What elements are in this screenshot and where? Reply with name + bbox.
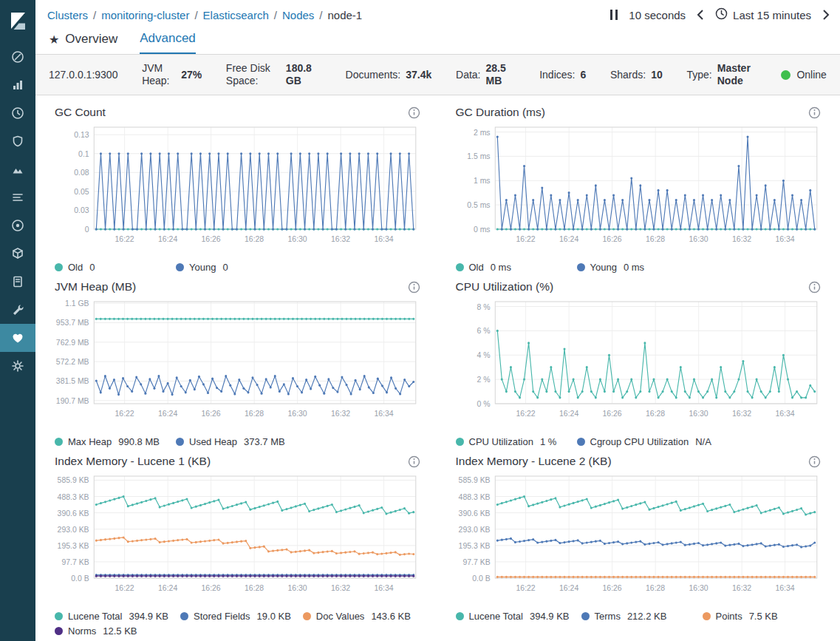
legend-item[interactable]: Young0 ms [577,262,686,273]
legend-item[interactable]: Old0 ms [456,262,565,273]
tab-overview[interactable]: ★ Overview [49,31,117,54]
time-forward-icon[interactable] [822,9,830,21]
legend-label: Terms [595,611,621,622]
time-range-button[interactable]: Last 15 minutes [715,7,811,22]
breadcrumb-cluster[interactable]: monitoring-cluster [101,9,189,21]
svg-text:16:34: 16:34 [375,583,394,592]
breadcrumb-separator: / [93,9,96,21]
apm-icon[interactable] [0,211,35,240]
canvas-icon[interactable] [0,155,35,183]
legend-value: 212.2 KB [627,611,667,622]
svg-text:16:24: 16:24 [559,234,578,243]
management-icon[interactable] [0,352,35,380]
legend-label: Lucene Total [68,611,123,622]
legend-item[interactable]: Used Heap373.7 MB [176,436,285,447]
tabs: ★ Overview Advanced [47,31,830,54]
legend-item[interactable]: Old0 [55,262,164,273]
discover-icon[interactable] [0,43,35,71]
legend-label: Stored Fields [194,611,250,622]
svg-text:16:22: 16:22 [516,234,535,243]
legend-item[interactable]: Terms212.2 KB [581,611,691,622]
svg-text:0.03: 0.03 [74,206,89,214]
legend-item[interactable]: Norms12.5 KB [55,625,164,637]
dev-tools-icon[interactable] [0,296,35,324]
legend-dot-icon [55,438,63,446]
legend-item[interactable]: Stored Fields19.0 KB [180,611,291,622]
svg-text:1.1 GB: 1.1 GB [65,299,89,308]
legend-dot-icon [55,263,63,271]
legend-value: 12.5 KB [103,625,137,637]
notebook-icon[interactable] [0,268,35,296]
breadcrumb-nodes[interactable]: Nodes [282,9,314,21]
legend-item[interactable]: Lucene Total394.9 KB [456,611,570,622]
svg-text:0.13: 0.13 [74,130,89,139]
kibana-logo[interactable] [0,0,35,43]
chart-plot[interactable]: 16:2216:2416:2616:2816:3016:3216:340.0 B… [55,470,420,609]
svg-text:16:22: 16:22 [516,409,535,418]
info-icon[interactable] [808,281,821,294]
refresh-interval-label[interactable]: 10 seconds [629,9,686,21]
tab-advanced[interactable]: Advanced [140,31,196,54]
svg-text:16:34: 16:34 [375,234,394,243]
legend-label: Old [469,262,484,273]
infrastructure-icon[interactable] [0,240,35,268]
legend-dot-icon [180,612,188,620]
svg-text:16:32: 16:32 [732,234,751,243]
global-nav-sidebar [0,0,35,641]
chart-index-memory-lucene-2: Index Memory - Lucene 2 (KB) 16:2216:241… [456,455,822,637]
star-icon: ★ [49,33,59,47]
svg-text:16:32: 16:32 [732,583,751,592]
info-icon[interactable] [408,106,420,119]
chart-title: Index Memory - Lucene 1 (KB) [55,455,211,468]
chart-jvm-heap: JVM Heap (MB) 16:2216:2416:2616:2816:301… [55,280,420,447]
security-icon[interactable] [0,127,35,155]
svg-text:16:26: 16:26 [202,234,221,243]
legend-item[interactable]: Young0 [176,262,285,273]
svg-text:390.6 KB: 390.6 KB [458,508,490,517]
svg-text:16:30: 16:30 [689,234,708,243]
legend-item[interactable]: Lucene Total394.9 KB [55,611,168,622]
chart-plot[interactable]: 16:2216:2416:2616:2816:3016:3216:34190.7… [55,296,420,435]
info-icon[interactable] [408,455,420,468]
svg-text:1 ms: 1 ms [473,176,490,185]
legend-label: Doc Values [316,611,365,622]
summary-type: Type: Master Node [686,62,757,87]
svg-text:16:28: 16:28 [245,234,264,243]
chart-plot[interactable]: 16:2216:2416:2616:2816:3016:3216:340 ms0… [456,121,822,260]
legend-value: 7.5 KB [749,611,778,622]
chart-plot[interactable]: 16:2216:2416:2616:2816:3016:3216:340.0 B… [456,470,822,609]
clock-icon [715,7,728,22]
legend-item[interactable]: Doc Values143.6 KB [303,611,412,622]
logs-icon[interactable] [0,183,35,211]
svg-text:293.0 KB: 293.0 KB [58,524,89,533]
chart-plot[interactable]: 16:2216:2416:2616:2816:3016:3216:340 %2 … [456,296,822,435]
legend-item[interactable]: CPU Utilization1 % [456,436,565,447]
legend-label: Used Heap [189,436,237,447]
legend-item[interactable]: Max Heap990.8 MB [55,436,164,447]
dashboard-icon[interactable] [0,99,35,127]
legend-item[interactable]: Cgroup CPU UtilizationN/A [577,436,711,447]
monitoring-icon[interactable] [0,324,35,352]
chart-plot[interactable]: 16:2216:2416:2616:2816:3016:3216:3400.03… [55,121,420,260]
svg-text:16:30: 16:30 [689,409,708,418]
svg-text:8 %: 8 % [477,302,490,311]
breadcrumb-clusters[interactable]: Clusters [47,9,88,21]
time-back-icon[interactable] [697,9,704,21]
pause-refresh-button[interactable] [610,10,618,20]
info-icon[interactable] [408,281,420,294]
chart-title: GC Count [55,106,106,119]
info-icon[interactable] [808,106,821,119]
svg-text:16:24: 16:24 [559,583,578,592]
svg-text:572.2 MB: 572.2 MB [56,357,89,366]
visualize-icon[interactable] [0,71,35,99]
legend-item[interactable]: Points7.5 KB [703,611,812,622]
breadcrumb-elasticsearch[interactable]: Elasticsearch [203,9,269,21]
summary-jvm-heap: JVM Heap: 27% [142,62,202,87]
chart-title: Index Memory - Lucene 2 (KB) [456,455,612,468]
info-icon[interactable] [808,455,821,468]
time-range-label: Last 15 minutes [733,9,811,21]
svg-text:16:24: 16:24 [559,409,578,418]
legend-value: 1 % [540,436,556,447]
legend-dot-icon [581,612,590,620]
chart-title: GC Duration (ms) [456,106,545,119]
